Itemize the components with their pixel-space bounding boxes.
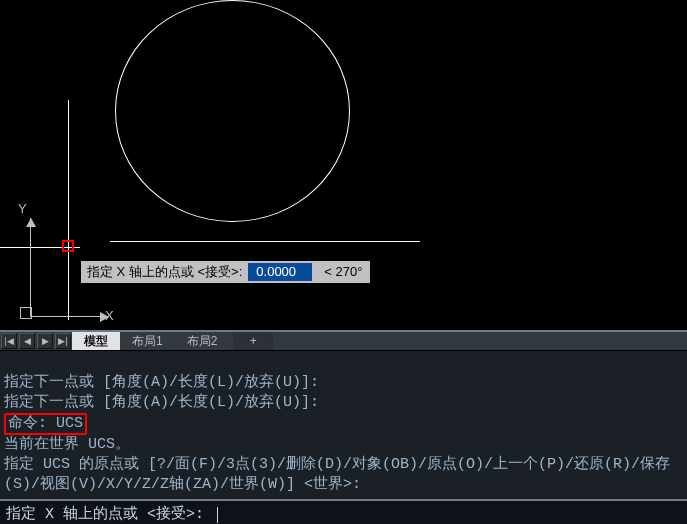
ucs-y-label: Y <box>18 201 27 216</box>
tab-nav-last-button[interactable]: ▶| <box>55 333 71 349</box>
tab-layout2[interactable]: 布局2 <box>175 332 230 350</box>
ucs-y-axis <box>30 218 31 316</box>
tab-nav-prev-button[interactable]: ◀ <box>19 333 35 349</box>
tab-add-button[interactable]: + <box>233 332 273 350</box>
ucs-x-label: X <box>105 308 114 323</box>
command-history-highlight: 命令: UCS <box>4 413 87 435</box>
command-history-line: 指定下一点或 [角度(A)/长度(L)/放弃(U)]: <box>4 374 319 391</box>
layout-tabbar: |◀ ◀ ▶ ▶| 模型 布局1 布局2 + <box>0 332 687 351</box>
cursor-pickbox <box>62 240 74 252</box>
dynamic-input-tooltip[interactable]: 指定 X 轴上的点或 <接受>: 0.0000 < 270° <box>81 261 370 283</box>
arrow-right-icon <box>100 312 109 322</box>
ucs-x-axis <box>30 316 102 317</box>
command-history-line: 当前在世界 UCS。 <box>4 436 130 453</box>
ucs-origin-box <box>20 307 32 319</box>
command-history[interactable]: 指定下一点或 [角度(A)/长度(L)/放弃(U)]: 指定下一点或 [角度(A… <box>0 351 687 501</box>
command-line-prompt: 指定 X 轴上的点或 <接受>: <box>6 504 213 524</box>
text-cursor <box>217 507 218 523</box>
drawn-circle <box>115 0 350 222</box>
command-history-line: 指定下一点或 [角度(A)/长度(L)/放弃(U)]: <box>4 394 319 411</box>
tab-layout1[interactable]: 布局1 <box>120 332 175 350</box>
tab-nav-next-button[interactable]: ▶ <box>37 333 53 349</box>
drawn-line <box>110 241 420 242</box>
dynamic-input-value[interactable]: 0.0000 <box>248 263 312 281</box>
arrow-up-icon <box>26 218 36 227</box>
tab-model[interactable]: 模型 <box>72 332 120 350</box>
dynamic-input-angle: < 270° <box>316 261 370 283</box>
dynamic-input-prompt: 指定 X 轴上的点或 <接受>: <box>81 261 248 283</box>
command-line[interactable]: 指定 X 轴上的点或 <接受>: <box>0 501 687 524</box>
command-history-line: 指定 UCS 的原点或 [?/面(F)/3点(3)/删除(D)/对象(OB)/原… <box>4 456 670 493</box>
crosshair-vertical <box>68 100 69 320</box>
tab-nav-first-button[interactable]: |◀ <box>1 333 17 349</box>
drawing-canvas[interactable]: Y X 指定 X 轴上的点或 <接受>: 0.0000 < 270° <box>0 0 687 332</box>
